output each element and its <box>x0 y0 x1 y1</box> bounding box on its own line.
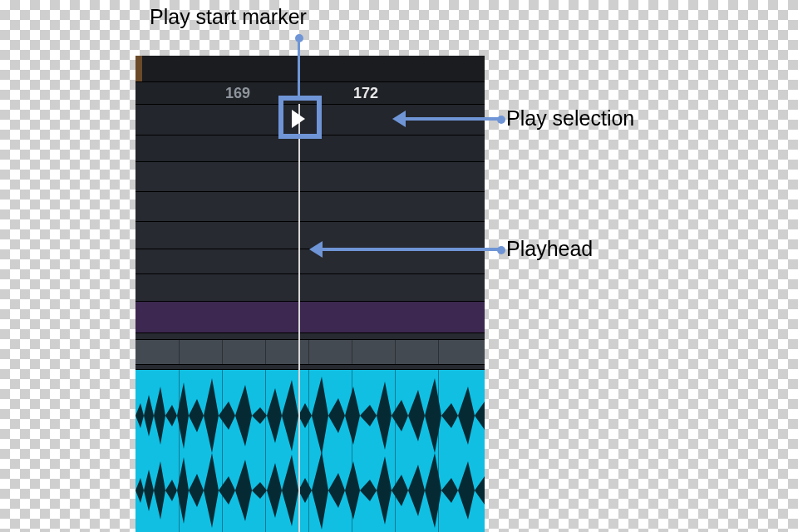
region-start-strip <box>135 56 142 81</box>
track-row[interactable] <box>135 161 485 191</box>
audio-track[interactable] <box>135 369 485 532</box>
callout-label: Playhead <box>506 237 593 261</box>
track-row-gray[interactable] <box>135 339 485 364</box>
header-strip <box>142 56 485 81</box>
ruler-bar-label: 172 <box>353 85 378 102</box>
callout-connector <box>406 117 500 121</box>
callout-connector <box>323 248 500 251</box>
track-row-purple[interactable] <box>135 301 485 332</box>
arrow-left-icon <box>309 241 323 258</box>
callout-label: Play start marker <box>150 5 307 29</box>
waveform <box>135 370 485 532</box>
track-row[interactable] <box>135 332 485 339</box>
arrow-left-icon <box>392 111 406 127</box>
track-row[interactable] <box>135 273 485 301</box>
track-row[interactable] <box>135 191 485 221</box>
callout-box <box>278 96 322 139</box>
callout-connector <box>298 38 300 96</box>
ruler-bar-label: 169 <box>225 85 250 102</box>
callout-label: Play selection <box>506 106 634 131</box>
playhead[interactable] <box>298 104 300 532</box>
